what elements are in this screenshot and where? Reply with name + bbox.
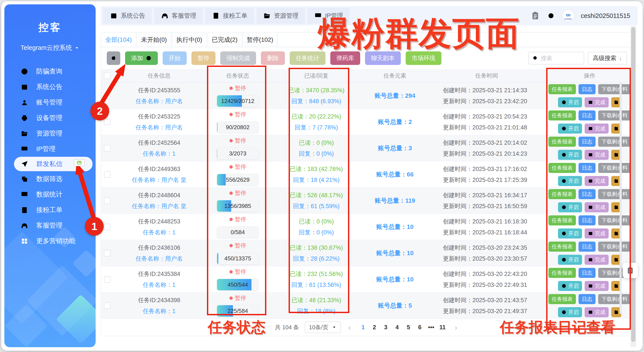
sidebar-item[interactable]: 设备管理 <box>4 110 96 126</box>
log-button[interactable]: 日志 <box>578 268 596 278</box>
start-button[interactable]: 开始 <box>163 51 187 65</box>
download-remaining-button[interactable]: 下载剩余料 <box>598 189 631 199</box>
row-checkbox[interactable] <box>104 224 110 230</box>
accounts-total-link[interactable]: 账号总量：119 <box>362 197 428 205</box>
accounts-total-link[interactable]: 账号总量：66 <box>362 170 428 179</box>
task-report-button[interactable]: 任务报表 <box>548 163 576 173</box>
log-button[interactable]: 日志 <box>578 84 596 94</box>
enable-button[interactable]: 开启 <box>558 255 582 265</box>
sidebar-item[interactable]: 客服管理 <box>4 218 96 233</box>
complete-button[interactable]: 完成 <box>584 150 609 160</box>
prev-page-button[interactable]: ‹ <box>347 323 352 332</box>
gear-icon[interactable] <box>546 11 556 21</box>
enable-button[interactable]: 开启 <box>558 176 582 186</box>
enable-button[interactable]: 开启 <box>558 97 582 107</box>
row-checkbox[interactable] <box>104 198 110 204</box>
topbar-menu-item[interactable]: 资源管理 <box>256 8 305 24</box>
complete-button[interactable]: 完成 <box>584 176 609 186</box>
download-remaining-button[interactable]: 下载剩余料 <box>598 294 631 304</box>
log-button[interactable]: 日志 <box>578 110 596 120</box>
row-checkbox[interactable] <box>104 145 110 151</box>
page-number[interactable]: 11 <box>438 324 447 331</box>
enable-button[interactable]: 开启 <box>558 202 582 212</box>
task-name-link[interactable]: 任务名称：用户名 皇 <box>132 176 187 184</box>
add-button[interactable]: 添加 <box>125 51 158 65</box>
complete-button[interactable]: 完成 <box>584 97 609 107</box>
sidebar-item[interactable]: 防骗查询 <box>4 64 96 79</box>
page-number[interactable]: 3 <box>381 324 390 331</box>
enable-button[interactable]: 开启 <box>558 123 582 134</box>
accounts-total-link[interactable]: 账号总量：2 <box>362 118 428 126</box>
enable-button[interactable]: 开启 <box>558 281 582 291</box>
page-number[interactable]: ••• <box>426 324 436 331</box>
log-button[interactable]: 日志 <box>578 242 596 252</box>
accounts-total-link[interactable]: 账号总量：294 <box>362 92 428 100</box>
topbar-menu-item[interactable]: 接粉工单 <box>206 8 254 24</box>
accounts-total-link[interactable]: 账号总量：10 <box>362 249 428 257</box>
status-tab[interactable]: 全部(104) <box>101 33 136 47</box>
complete-button[interactable]: 完成 <box>584 202 609 212</box>
enable-button[interactable]: 开启 <box>558 150 582 160</box>
download-remaining-button[interactable]: 下载剩余料 <box>598 84 631 94</box>
task-report-button[interactable]: 任务报表 <box>548 189 576 199</box>
task-name-link[interactable]: 任务名称：用户名 <box>136 123 183 131</box>
log-button[interactable]: 日志 <box>578 215 596 225</box>
row-checkbox[interactable] <box>104 250 110 256</box>
task-name-link[interactable]: 任务名称：用户名 皇 <box>132 202 187 210</box>
enable-button[interactable]: 开启 <box>558 229 582 239</box>
system-selector[interactable]: Telegram云控系统 <box>4 44 96 52</box>
task-name-link[interactable]: 任务名称：1 <box>143 281 176 289</box>
page-number[interactable]: 6 <box>415 324 424 331</box>
task-report-button[interactable]: 任务报表 <box>548 242 576 252</box>
complete-button[interactable]: 完成 <box>584 229 609 239</box>
sidebar-item[interactable]: 接粉工单 <box>4 202 96 218</box>
task-report-button[interactable]: 任务报表 <box>548 268 576 278</box>
row-checkbox[interactable] <box>104 171 110 178</box>
page-scrollbar-thumb[interactable] <box>631 27 636 342</box>
accounts-total-link[interactable]: 账号总量：10 <box>362 275 428 284</box>
ammo-depot-button[interactable]: 弹药库 <box>330 51 360 65</box>
complete-button[interactable]: 完成 <box>584 255 609 265</box>
status-tab[interactable]: 执行中(0) <box>172 33 207 47</box>
status-tab[interactable]: 未开始(0) <box>136 33 172 47</box>
task-report-button[interactable]: 任务报表 <box>548 215 576 225</box>
task-name-link[interactable]: 任务名称：1 <box>143 229 176 236</box>
force-complete-button[interactable]: 强制完成 <box>220 51 256 65</box>
status-tab[interactable]: 已完成(2) <box>207 33 242 47</box>
row-checkbox[interactable] <box>104 119 110 125</box>
task-name-link[interactable]: 任务名称：用户名 <box>136 255 183 263</box>
task-name-link[interactable]: 任务名称：1 <box>143 307 176 315</box>
avatar[interactable]: ∞ KONK <box>562 10 574 22</box>
clipboard-icon[interactable] <box>530 11 540 21</box>
download-remaining-button[interactable]: 下载剩余料 <box>598 215 631 225</box>
log-button[interactable]: 日志 <box>578 137 596 147</box>
task-report-button[interactable]: 任务报表 <box>548 137 576 147</box>
sidebar-item[interactable]: 数据统计 <box>4 187 96 202</box>
task-report-button[interactable]: 任务报表 <box>548 110 576 120</box>
sidebar-item[interactable]: 账号管理 <box>4 95 96 110</box>
refresh-button[interactable] <box>107 51 120 65</box>
sidebar-item[interactable]: 资源管理 <box>4 126 96 141</box>
delete-button[interactable]: 删除 <box>261 51 285 65</box>
select-all-checkbox[interactable] <box>104 72 110 79</box>
task-report-button[interactable]: 任务报表 <box>548 84 576 94</box>
sidebar-item[interactable]: IP管理 <box>4 141 96 157</box>
download-remaining-button[interactable]: 下载剩余料 <box>598 137 631 147</box>
sidebar-item[interactable]: 系统公告 <box>4 79 96 95</box>
task-name-link[interactable]: 任务名称：1 <box>143 150 176 158</box>
pause-button[interactable]: 暂停 <box>192 51 216 65</box>
chat-script-button[interactable]: 聊天剧本 <box>365 51 401 65</box>
sidebar-item[interactable]: 群发私信 <box>14 157 92 171</box>
task-stats-button[interactable]: 任务统计 <box>290 51 326 65</box>
accounts-total-link[interactable]: 账号总量：10 <box>362 223 428 231</box>
page-number[interactable]: 1 <box>358 324 368 331</box>
log-button[interactable]: 日志 <box>578 163 596 173</box>
market-env-button[interactable]: 市场环境 <box>406 51 442 65</box>
row-checkbox[interactable] <box>104 276 110 283</box>
complete-button[interactable]: 完成 <box>584 307 609 317</box>
log-button[interactable]: 日志 <box>578 294 596 304</box>
floating-clipboard-button[interactable] <box>622 263 638 278</box>
page-number[interactable]: 2 <box>370 324 379 331</box>
topbar-menu-item[interactable]: IP管理 <box>308 8 350 24</box>
search-input[interactable] <box>541 55 580 62</box>
